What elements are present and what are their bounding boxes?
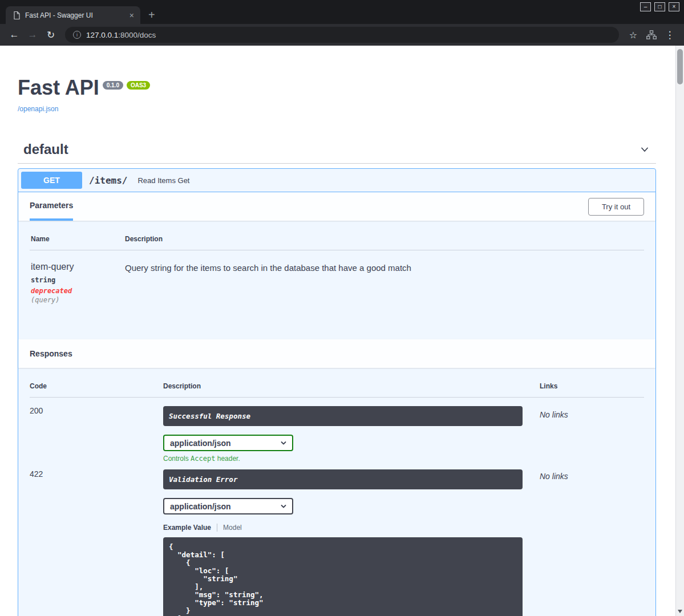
version-badge: 0.1.0 [103,81,123,90]
media-type-value: application/json [170,502,231,511]
browser-tab[interactable]: Fast API - Swagger UI × [6,6,140,24]
api-info: Fast API0.1.0OAS3 /openapi.json [18,46,656,114]
parameter-deprecated-flag: deprecated [31,287,125,295]
tab-title: Fast API - Swagger UI [25,11,123,19]
response-200-description: Successful Response application/json [163,406,540,463]
parameters-table: Name Description item-query string depre… [18,221,655,339]
tab-strip: Fast API - Swagger UI × + [6,6,163,24]
try-it-out-button[interactable]: Try it out [588,198,644,216]
url-host: 127.0.0.1 [86,31,118,39]
parameter-location: (query) [31,296,125,304]
response-row-200: 200 Successful Response application/json [30,398,644,463]
responses-title: Responses [30,349,72,358]
tag-title: default [23,141,68,157]
responses-table-head: Code Description Links [30,382,644,398]
page-favicon-icon [13,11,21,20]
example-model-tabs: Example Value Model [163,524,540,532]
api-title: Fast API0.1.0OAS3 [18,76,656,100]
response-links: No links [540,406,644,463]
bookmark-star-icon[interactable]: ☆ [625,30,642,40]
accept-note-suffix: header. [215,455,240,463]
site-info-icon[interactable]: i [73,31,81,39]
responses-table: Code Description Links 200 Successful Re… [18,368,655,616]
parameters-header: Parameters Try it out [18,192,655,221]
media-type-select[interactable]: application/json [163,435,293,451]
parameter-description: Query string for the items to search in … [125,262,643,304]
new-tab-button[interactable]: + [140,9,163,24]
select-chevron-icon [280,440,287,447]
browser-window: Fast API - Swagger UI × + – □ × ← → ↻ i … [0,0,684,616]
openapi-spec-link[interactable]: /openapi.json [18,105,58,113]
response-message-panel: Successful Response [163,406,523,426]
example-value-code: { "detail": [ { "loc": [ "string" ], "ms… [163,537,523,616]
scrollbar-down-arrow-icon[interactable] [678,610,682,613]
media-type-select[interactable]: application/json [163,498,293,514]
swagger-page: Fast API0.1.0OAS3 /openapi.json default … [0,46,675,616]
url-path: :8000/docs [118,31,156,39]
response-422-description: Validation Error application/json [163,469,540,616]
parameter-row: item-query string deprecated (query) Que… [30,250,644,304]
accept-note-prefix: Controls [163,455,191,463]
col-header-links: Links [540,382,644,390]
tag-section-header[interactable]: default [18,141,656,164]
minimize-button[interactable]: – [640,2,651,11]
response-row-422: 422 Validation Error application/json [30,463,644,616]
oas-badge: OAS3 [127,81,150,90]
parameters-table-head: Name Description [30,235,644,250]
col-header-code: Code [30,382,163,390]
browser-toolbar: ← → ↻ i 127.0.0.1:8000/docs ☆ ⋮ [0,24,684,46]
back-icon[interactable]: ← [6,29,23,40]
operation-summary[interactable]: GET /items/ Read Items Get [18,169,655,192]
window-titlebar: Fast API - Swagger UI × + – □ × [0,0,684,24]
opblock-get-items: GET /items/ Read Items Get Parameters Tr… [18,168,656,616]
response-links: No links [540,469,644,616]
operation-description: Read Items Get [133,176,189,185]
accept-header-note: Controls Accept header. [163,455,540,463]
http-method-badge: GET [21,172,82,189]
window-controls: – □ × [640,2,679,11]
response-code: 422 [30,469,163,616]
tab-model[interactable]: Model [223,524,242,532]
sitemap-icon[interactable] [643,30,660,39]
tab-example-value[interactable]: Example Value [163,524,211,532]
response-message-panel: Validation Error [163,469,523,489]
chevron-down-icon[interactable] [639,144,650,155]
parameter-meta: item-query string deprecated (query) [31,262,125,304]
forward-icon: → [24,29,41,40]
page-viewport: Fast API0.1.0OAS3 /openapi.json default … [0,46,684,616]
window-close-button[interactable]: × [669,2,679,11]
parameter-type: string [31,276,125,284]
col-header-description: Description [125,235,643,243]
response-code: 200 [30,406,163,463]
maximize-button[interactable]: □ [654,2,665,11]
tab-close-icon[interactable]: × [128,11,136,20]
browser-menu-icon[interactable]: ⋮ [661,29,678,41]
reload-icon[interactable]: ↻ [42,29,59,41]
select-chevron-icon [280,503,287,510]
api-title-text: Fast API [18,76,99,99]
accept-note-code: Accept [191,455,215,463]
responses-header: Responses [18,339,655,368]
parameter-name: item-query [31,262,125,272]
tab-separator [217,524,217,532]
media-type-value: application/json [170,439,231,448]
page-scrollbar[interactable] [675,46,684,616]
address-bar[interactable]: i 127.0.0.1:8000/docs [65,27,619,43]
tab-parameters[interactable]: Parameters [30,192,73,221]
operation-path: /items/ [82,175,133,186]
scrollbar-thumb[interactable] [677,49,683,84]
col-header-name: Name [31,235,125,243]
col-header-resp-description: Description [163,382,540,390]
